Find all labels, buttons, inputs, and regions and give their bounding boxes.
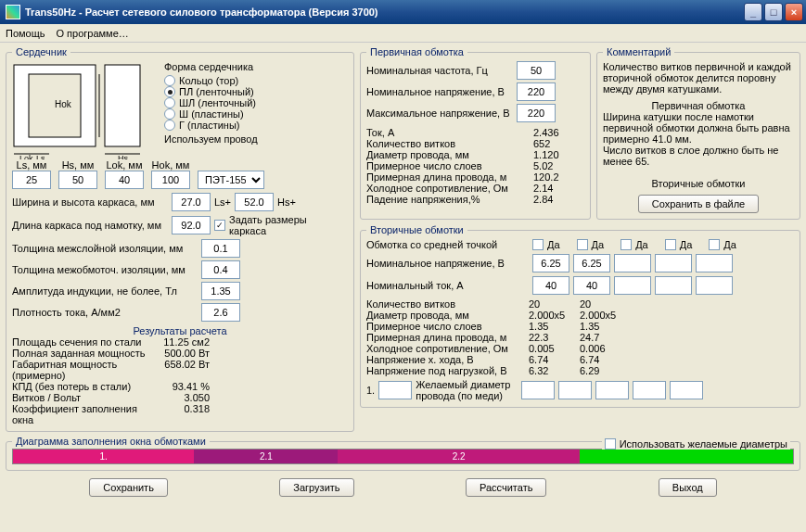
core-shape-label: Форма сердечника xyxy=(164,61,258,72)
svg-rect-2 xyxy=(105,65,140,146)
load-button[interactable]: Загрузить xyxy=(279,478,353,497)
radio-shl[interactable]: ШЛ (ленточный) xyxy=(164,97,258,108)
menu-about[interactable]: О программе… xyxy=(57,28,129,39)
use-desired-check[interactable]: Использовать желаемые диаметры xyxy=(602,438,790,450)
close-button[interactable]: × xyxy=(785,3,803,21)
sec-cur-4[interactable] xyxy=(655,276,692,295)
sec-cur-2[interactable] xyxy=(573,276,610,295)
primary-nomv-input[interactable] xyxy=(517,82,556,101)
comments-group: Комментарий Количество витков первичной … xyxy=(596,46,800,220)
window-title: Trans50Hz - Расчет сетевого силового тра… xyxy=(25,6,378,18)
sec-nomv-3[interactable] xyxy=(614,254,651,272)
app-icon xyxy=(6,5,20,19)
exit-button[interactable]: Выход xyxy=(659,478,717,497)
induction-input[interactable] xyxy=(201,282,240,300)
midtap-check-2[interactable]: Да xyxy=(577,239,605,250)
sec-cur-3[interactable] xyxy=(614,276,651,295)
radio-g[interactable]: Г (пластины) xyxy=(164,120,258,131)
menu-bar: Помощь О программе… xyxy=(0,24,806,43)
diagram-group: Диаграмма заполнения окна обмотками Испо… xyxy=(6,436,800,471)
desired-diam-3[interactable] xyxy=(558,381,592,399)
layer-iso-input[interactable] xyxy=(201,239,240,258)
density-input[interactable] xyxy=(201,303,240,322)
title-bar: Trans50Hz - Расчет сетевого силового тра… xyxy=(0,0,806,24)
diagram-seg-2: 2.1 xyxy=(194,450,338,463)
frame-width-input[interactable] xyxy=(172,193,211,211)
midtap-check-4[interactable]: Да xyxy=(665,239,693,250)
wire-select[interactable]: ПЭТ-155 xyxy=(198,171,264,189)
lok-input[interactable] xyxy=(105,171,144,189)
wire-label: Используем провод xyxy=(164,133,258,145)
sec-nomv-4[interactable] xyxy=(655,254,692,272)
freq-input[interactable] xyxy=(517,61,556,80)
radio-ring[interactable]: Кольцо (тор) xyxy=(164,75,258,86)
desired-diam-6[interactable] xyxy=(670,381,703,399)
save-file-button[interactable]: Сохранить в файле xyxy=(638,195,759,213)
ls-input[interactable] xyxy=(12,171,51,189)
radio-sh[interactable]: Ш (пластины) xyxy=(164,108,258,120)
minimize-button[interactable]: _ xyxy=(744,3,762,21)
set-frame-size-check[interactable]: ✓Задать размеры каркаса xyxy=(214,214,322,236)
core-group: Сердечник Lok Ls Hok Hs Форма се xyxy=(6,46,354,432)
sec-nomv-1[interactable] xyxy=(532,254,569,272)
save-button[interactable]: Сохранить xyxy=(89,478,168,497)
sec-cur-5[interactable] xyxy=(696,276,733,295)
sec-nomv-5[interactable] xyxy=(696,254,733,272)
diagram-seg-4 xyxy=(580,450,793,463)
desired-diam-1[interactable] xyxy=(378,381,412,399)
hs-input[interactable] xyxy=(58,171,97,189)
radio-pl[interactable]: ПЛ (ленточный) xyxy=(164,86,258,97)
diagram-seg-1: 1. xyxy=(13,450,194,463)
frame-height-input[interactable] xyxy=(235,193,274,211)
core-legend: Сердечник xyxy=(12,46,70,57)
results-legend: Результаты расчета xyxy=(12,325,348,336)
diagram-seg-3: 2.2 xyxy=(338,450,579,463)
desired-diam-5[interactable] xyxy=(633,381,666,399)
secondary-group: Вторичные обмотки Обмотка со средней точ… xyxy=(360,224,800,408)
calc-button[interactable]: Рассчитать xyxy=(466,478,546,497)
sec-nomv-2[interactable] xyxy=(573,254,610,272)
midtap-check-5[interactable]: Да xyxy=(709,239,736,250)
svg-text:Hok: Hok xyxy=(55,99,72,109)
primary-group: Первичная обмотка Номинальная частота, Г… xyxy=(360,46,591,220)
midtap-check-1[interactable]: Да xyxy=(532,239,560,250)
desired-diam-4[interactable] xyxy=(595,381,629,399)
coil-iso-input[interactable] xyxy=(201,260,240,279)
sec-cur-1[interactable] xyxy=(532,276,569,295)
primary-maxv-input[interactable] xyxy=(517,104,556,122)
hok-input[interactable] xyxy=(151,171,190,189)
frame-length-input[interactable] xyxy=(172,216,211,234)
menu-help[interactable]: Помощь xyxy=(6,28,45,39)
midtap-check-3[interactable]: Да xyxy=(620,239,648,250)
desired-diam-2[interactable] xyxy=(521,381,555,399)
maximize-button[interactable]: □ xyxy=(764,3,783,21)
core-diagram: Lok Ls Hok Hs xyxy=(12,61,157,159)
